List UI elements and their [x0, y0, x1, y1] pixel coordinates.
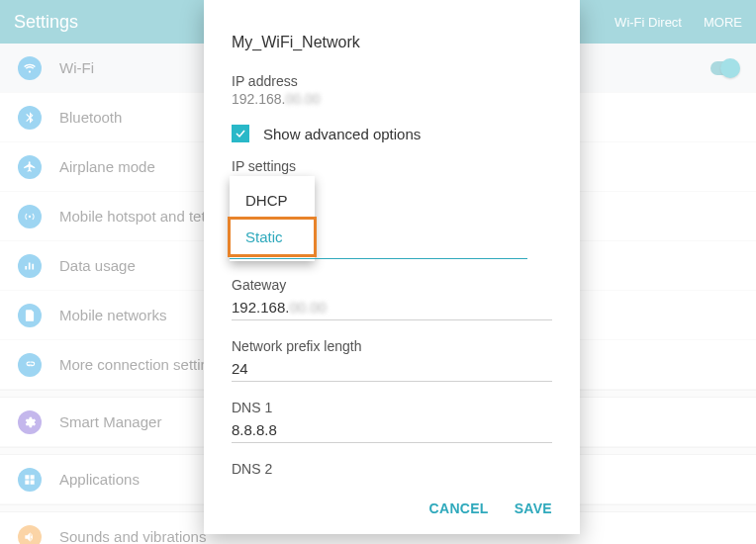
- advanced-options-checkbox[interactable]: Show advanced options: [232, 125, 552, 142]
- field-label: Network prefix length: [232, 338, 552, 354]
- dropdown-underline: [230, 258, 527, 259]
- ip-settings-dropdown: DHCP Static: [230, 176, 315, 261]
- dropdown-item-static[interactable]: Static: [230, 219, 315, 255]
- field-label: DNS 2: [232, 461, 552, 477]
- dns1-field[interactable]: DNS 1 8.8.8.8: [232, 400, 552, 443]
- dialog-network-name: My_WiFi_Network: [232, 34, 552, 51]
- checkbox-checked-icon: [232, 125, 249, 142]
- cancel-button[interactable]: CANCEL: [429, 500, 489, 516]
- gateway-field[interactable]: Gateway 192.168.00.00: [232, 277, 552, 320]
- ip-address-label: IP address: [232, 73, 552, 89]
- field-label: Gateway: [232, 277, 552, 293]
- ip-address-value: 192.168.00.00: [232, 91, 552, 107]
- prefix-length-field[interactable]: Network prefix length 24: [232, 338, 552, 382]
- dns1-input[interactable]: 8.8.8.8: [232, 421, 552, 443]
- gateway-input[interactable]: 192.168.00.00: [232, 299, 552, 320]
- dns2-field[interactable]: DNS 2: [232, 461, 552, 483]
- advanced-options-label: Show advanced options: [263, 126, 421, 142]
- dropdown-item-dhcp[interactable]: DHCP: [230, 182, 315, 219]
- ip-settings-label: IP settings: [232, 158, 552, 174]
- dialog-actions: CANCEL SAVE: [232, 487, 552, 534]
- wifi-config-dialog: My_WiFi_Network IP address 192.168.00.00…: [204, 0, 580, 534]
- prefix-length-input[interactable]: 24: [232, 360, 552, 382]
- field-label: DNS 1: [232, 400, 552, 415]
- save-button[interactable]: SAVE: [515, 500, 552, 516]
